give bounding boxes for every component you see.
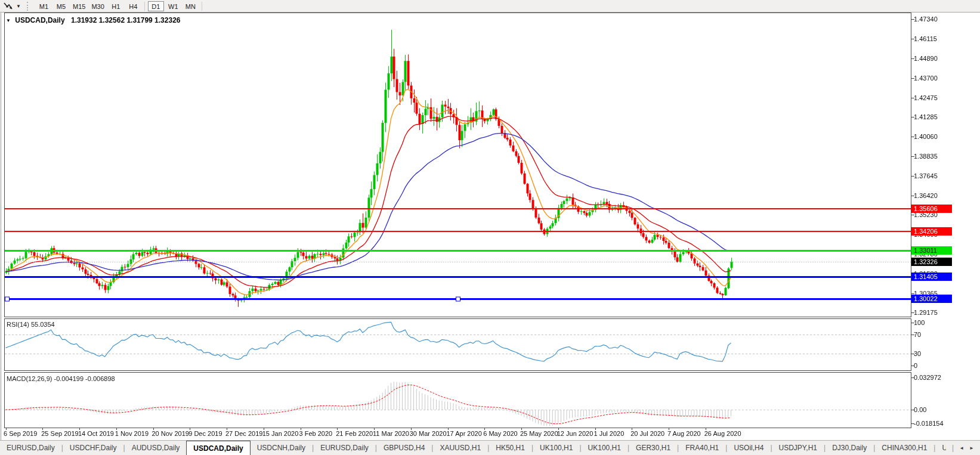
macd-axis-tick: -0.018154 [914, 420, 944, 427]
chart-tabs: EURUSD,Daily|USDCHF,Daily|AUDUSD,DailyUS… [0, 441, 946, 455]
date-axis-label: 1 Jul 2020 [594, 430, 625, 437]
tab-uk100-h1[interactable]: UK100,H1 [582, 441, 627, 455]
toolbar: ▼ M1M5M15M30H1H4D1W1MN [0, 0, 980, 13]
symbol-period-label: USDCAD,Daily [15, 16, 64, 24]
tab-usoil-h1[interactable]: USOil,H1 [935, 441, 946, 455]
toolbar-separator [202, 2, 202, 11]
tab-scroll-right-icon[interactable]: ► [969, 445, 974, 451]
macd-indicator-label: MACD(12,26,9) -0.004199 -0.006898 [7, 375, 115, 382]
tab-audusd-daily[interactable]: AUDUSD,Daily [125, 441, 187, 455]
hline-price-label[interactable]: 1.31405 [911, 273, 952, 281]
price-axis-tick: 1.42475 [914, 94, 938, 101]
tab-usdcad-daily[interactable]: USDCAD,Daily [186, 441, 250, 455]
ohlc-values: 1.31932 1.32562 1.31799 1.32326 [71, 16, 181, 24]
rsi-axis-tick: 70 [914, 331, 921, 338]
tab-fra40-h1[interactable]: FRA40,H1 [679, 441, 725, 455]
date-axis-label: 15 Jan 2020 [262, 430, 299, 437]
date-axis-label: 21 Feb 2020 [336, 430, 373, 437]
date-axis-label: 27 Dec 2019 [225, 430, 262, 437]
macd-axis-tick: 0.00 [914, 406, 926, 413]
date-axis-label: 26 Aug 2020 [704, 430, 741, 437]
price-axis-tick: 1.38835 [914, 153, 938, 160]
tab-china300-h1[interactable]: CHINA300,H1 [875, 441, 933, 455]
price-axis-tick: 1.47340 [914, 16, 938, 23]
timeframe-button-m5[interactable]: M5 [53, 1, 69, 11]
price-axis-tick: 1.44890 [914, 55, 938, 62]
timeframe-button-d1[interactable]: D1 [148, 1, 164, 11]
tab-dj30-daily[interactable]: DJ30,Daily [826, 441, 873, 455]
tab-scroll-controls: | ◄ ► [946, 441, 980, 455]
price-axis-tick: 1.37645 [914, 172, 938, 179]
toolbar-dropdown-icon[interactable]: ▼ [14, 4, 23, 9]
rsi-axis-tick: 0 [914, 362, 917, 369]
date-axis-label: 11 Mar 2020 [373, 430, 409, 437]
hline-price-label[interactable]: 1.30022 [911, 295, 952, 303]
price-axis-tick: 1.40060 [914, 133, 938, 140]
tab-usdjpy-h1[interactable]: USDJPY,H1 [772, 441, 824, 455]
date-axis-label: 12 Jun 2020 [557, 430, 593, 437]
tab-eurusd-daily[interactable]: EURUSD,Daily [314, 441, 375, 455]
date-axis-label: 3 Feb 2020 [299, 430, 333, 437]
date-axis-label: 6 May 2020 [483, 430, 517, 437]
rsi-axis-tick: 100 [914, 319, 925, 326]
toolbar-grip-handle[interactable] [27, 2, 30, 11]
timeframe-button-w1[interactable]: W1 [165, 1, 181, 11]
tab-usdchf-daily[interactable]: USDCHF,Daily [63, 441, 123, 455]
date-axis-label: 9 Dec 2019 [188, 430, 222, 437]
price-axis-tick: 1.29175 [914, 309, 938, 316]
date-axis-label: 6 Sep 2019 [4, 430, 37, 437]
chart-canvas[interactable] [0, 0, 980, 455]
timeframe-button-h1[interactable]: H1 [108, 1, 124, 11]
tab-scroll-left-icon[interactable]: ◄ [959, 445, 964, 451]
tab-uk100-h1[interactable]: UK100,H1 [533, 441, 579, 455]
price-axis-tick: 1.43700 [914, 75, 938, 82]
chart-title[interactable]: ▼ USDCAD,Daily 1.31932 1.32562 1.31799 1… [6, 16, 180, 24]
price-axis-tick: 1.41285 [914, 113, 938, 120]
date-axis-label: 25 Sep 2019 [41, 430, 78, 437]
tab-separator: | [952, 444, 954, 452]
date-axis-label: 17 Apr 2020 [447, 430, 482, 437]
timeframe-button-m1[interactable]: M1 [36, 1, 52, 11]
date-axis-label: 1 Nov 2019 [115, 430, 149, 437]
date-axis-label: 14 Oct 2019 [78, 430, 114, 437]
toolbar-separator [144, 2, 145, 11]
rsi-axis-tick: 30 [914, 350, 921, 357]
timeframe-button-mn[interactable]: MN [183, 1, 199, 11]
hline-price-label[interactable]: 1.33011 [911, 246, 952, 255]
date-axis-label: 20 Nov 2019 [152, 430, 189, 437]
tab-usoil-h4[interactable]: USOil,H4 [727, 441, 770, 455]
tab-xauusd-h1[interactable]: XAUUSD,H1 [433, 441, 487, 455]
macd-axis-tick: 0.032972 [914, 374, 941, 381]
tab-ger30-h1[interactable]: GER30,H1 [629, 441, 677, 455]
tab-usdcnh-daily[interactable]: USDCNH,Daily [251, 441, 312, 455]
hline-price-label[interactable]: 1.32326 [911, 258, 952, 266]
timeframe-button-m30[interactable]: M30 [89, 1, 106, 11]
date-axis-label: 7 Aug 2020 [667, 430, 701, 437]
tab-eurusd-daily[interactable]: EURUSD,Daily [0, 441, 61, 455]
timeframe-button-h4[interactable]: H4 [125, 1, 141, 11]
timeframe-button-m15[interactable]: M15 [70, 1, 88, 11]
price-axis-tick: 1.46115 [914, 35, 937, 42]
chart-tab-bar: EURUSD,Daily|USDCHF,Daily|AUDUSD,DailyUS… [0, 440, 980, 455]
date-axis-label: 30 Mar 2020 [410, 430, 447, 437]
hline-price-label[interactable]: 1.35606 [911, 205, 952, 213]
tab-gbpusd-h4[interactable]: GBPUSD,H4 [377, 441, 431, 455]
tab-hk50-h1[interactable]: HK50,H1 [489, 441, 531, 455]
rsi-indicator-label: RSI(14) 55.0354 [7, 321, 55, 328]
date-axis-label: 20 Jul 2020 [630, 430, 664, 437]
price-axis-tick: 1.36420 [914, 192, 938, 199]
hline-price-label[interactable]: 1.34206 [911, 227, 952, 236]
date-axis-label: 25 May 2020 [520, 430, 558, 437]
symbol-collapse-icon[interactable]: ▼ [6, 18, 11, 23]
chart-objects-icon[interactable] [2, 1, 14, 11]
timeframe-button-group: M1M5M15M30H1H4D1W1MN [35, 1, 205, 11]
